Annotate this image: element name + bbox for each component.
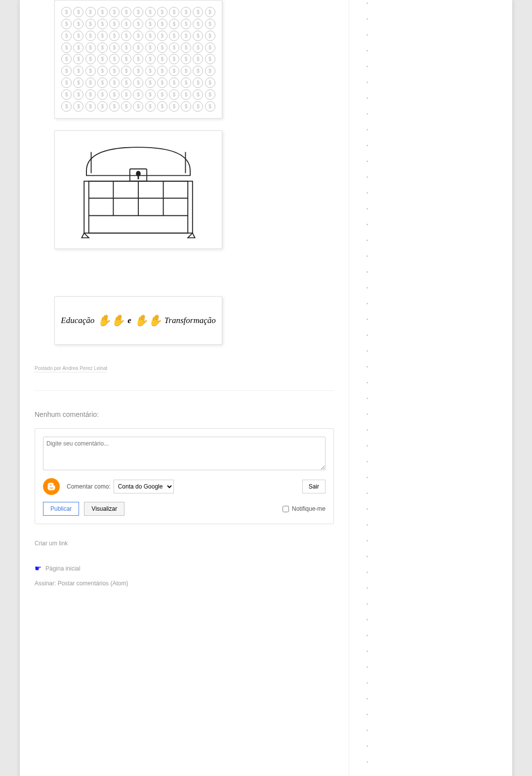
sidebar-item[interactable]: [373, 680, 502, 685]
comment-textarea[interactable]: [43, 437, 326, 470]
sidebar-item[interactable]: [373, 126, 502, 132]
sidebar-item[interactable]: [373, 158, 502, 163]
sidebar-item[interactable]: [373, 616, 502, 622]
hand-pointer-icon: ☛: [35, 564, 41, 573]
sidebar-item[interactable]: [373, 537, 502, 543]
notify-label[interactable]: Notifique-me: [283, 505, 326, 512]
sidebar-item[interactable]: [373, 142, 502, 148]
coin-icon: $: [145, 54, 156, 64]
coin-icon: $: [109, 19, 120, 29]
coin-icon: $: [121, 7, 131, 17]
sidebar-item[interactable]: [373, 458, 502, 464]
coin-icon: $: [193, 54, 203, 64]
sidebar-item[interactable]: [373, 506, 502, 511]
sidebar-item[interactable]: [373, 174, 502, 179]
sidebar-item[interactable]: [373, 63, 502, 69]
publish-button[interactable]: Publicar: [43, 502, 79, 516]
coin-icon: $: [61, 78, 72, 88]
home-link[interactable]: Página inicial: [45, 565, 81, 572]
sidebar-item[interactable]: [373, 695, 502, 701]
sidebar-item[interactable]: [373, 269, 502, 274]
sidebar-item[interactable]: [373, 632, 502, 638]
sidebar-item[interactable]: [373, 332, 502, 337]
sidebar-item[interactable]: [373, 443, 502, 448]
sidebar-item[interactable]: [373, 95, 502, 100]
sidebar-item[interactable]: [373, 759, 502, 764]
sidebar-item[interactable]: [373, 553, 502, 559]
coin-icon: $: [205, 42, 215, 53]
coin-icon: $: [169, 54, 179, 64]
sidebar-item[interactable]: [373, 316, 502, 322]
coin-icon: $: [157, 7, 167, 17]
sidebar-item[interactable]: [373, 300, 502, 306]
coin-row: $$$$$$$$$$$$$: [60, 78, 217, 88]
sidebar-item[interactable]: [373, 522, 502, 527]
subscribe-link[interactable]: Assinar: Postar comentários (Atom): [35, 580, 128, 587]
sidebar-item[interactable]: [373, 664, 502, 669]
coin-icon: $: [145, 42, 156, 53]
sidebar-item[interactable]: [373, 585, 502, 590]
coin-icon: $: [121, 31, 131, 41]
comments-heading: Nenhum comentário:: [35, 410, 334, 418]
identity-select[interactable]: Conta do Google: [114, 480, 174, 493]
coin-icon: $: [109, 42, 120, 53]
sidebar-item[interactable]: [373, 348, 502, 353]
coin-icon: $: [109, 78, 120, 88]
coin-icon: $: [109, 7, 120, 17]
sidebar-item[interactable]: [373, 490, 502, 495]
sidebar-item[interactable]: [373, 427, 502, 432]
sidebar-item[interactable]: [373, 32, 502, 37]
coin-icon: $: [193, 7, 203, 17]
sidebar-item[interactable]: [373, 47, 502, 53]
coin-row: $$$$$$$$$$$$$: [60, 54, 217, 64]
coin-icon: $: [97, 31, 108, 41]
coin-icon: $: [133, 54, 143, 64]
sidebar-item[interactable]: [373, 364, 502, 369]
coin-icon: $: [61, 7, 72, 17]
post-image-chest[interactable]: [54, 130, 222, 249]
sidebar-item[interactable]: [373, 111, 502, 116]
handprints-icon: ✋ ✋: [97, 315, 124, 326]
post-image-coins[interactable]: // placeholder so structure is static; r…: [54, 0, 222, 119]
sidebar-item[interactable]: [373, 569, 502, 574]
sidebar-item[interactable]: [373, 205, 502, 211]
sidebar-item[interactable]: [373, 221, 502, 227]
sidebar-item[interactable]: [373, 474, 502, 480]
coin-icon: $: [181, 31, 191, 41]
handprints-icon-2: ✋ ✋: [134, 315, 162, 326]
signout-button[interactable]: Sair: [302, 480, 326, 493]
coin-icon: $: [73, 78, 83, 88]
sidebar-item[interactable]: [373, 79, 502, 84]
identity-label: Comentar como:: [67, 483, 111, 490]
coin-icon: $: [145, 19, 156, 29]
sidebar-item[interactable]: [373, 395, 502, 401]
coin-icon: $: [109, 31, 120, 41]
coin-icon: $: [61, 101, 72, 112]
sidebar-item[interactable]: [373, 379, 502, 385]
sidebar-item[interactable]: [373, 601, 502, 606]
coin-icon: $: [97, 78, 108, 88]
sidebar-item[interactable]: [373, 190, 502, 195]
sidebar-item[interactable]: [373, 16, 502, 21]
sidebar-item[interactable]: [373, 0, 502, 5]
preview-button[interactable]: Visualizar: [84, 502, 124, 516]
coin-icon: $: [97, 66, 108, 76]
post-image-logo[interactable]: Educação ✋ ✋ e ✋ ✋ Transformação: [54, 296, 222, 345]
coin-icon: $: [61, 66, 72, 76]
notify-text: Notifique-me: [292, 505, 326, 512]
sidebar-item[interactable]: [373, 727, 502, 733]
sidebar-item[interactable]: [373, 285, 502, 290]
notify-checkbox[interactable]: [283, 506, 289, 512]
coin-icon: $: [133, 66, 143, 76]
create-link[interactable]: Criar um link: [35, 540, 68, 547]
sidebar-item[interactable]: [373, 411, 502, 416]
coin-icon: $: [181, 89, 191, 100]
sidebar-item[interactable]: [373, 743, 502, 748]
sidebar-item[interactable]: [373, 711, 502, 717]
coin-icon: $: [133, 101, 143, 112]
subscribe-line: Assinar: Postar comentários (Atom): [35, 580, 334, 587]
sidebar-item[interactable]: [373, 237, 502, 243]
sidebar-item[interactable]: [373, 648, 502, 653]
coin-icon: $: [73, 54, 83, 64]
sidebar-item[interactable]: [373, 253, 502, 258]
